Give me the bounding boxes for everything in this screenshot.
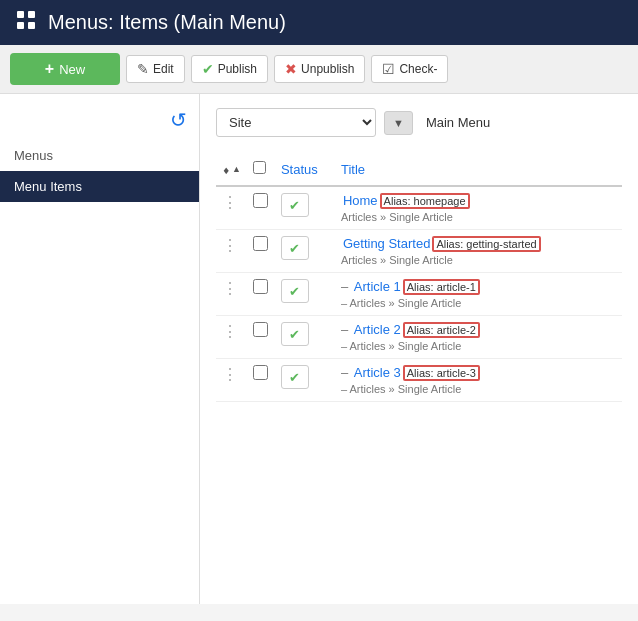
check-button-label: Check- — [399, 62, 437, 76]
status-button-3[interactable]: ✔ — [281, 322, 309, 346]
status-check-icon: ✔ — [289, 241, 300, 256]
table-row: ⋮ ✔ – Article 2Alias: article-2 – Articl… — [216, 316, 622, 359]
row-checkbox-1[interactable] — [253, 236, 268, 251]
edit-button-label: Edit — [153, 62, 174, 76]
unpublish-button[interactable]: ✖ Unpublish — [274, 55, 365, 83]
alias-badge-2: Alias: article-1 — [403, 279, 480, 295]
filter-row: Site ▼ Main Menu — [216, 108, 622, 137]
drag-handle-icon[interactable]: ⋮ — [222, 237, 238, 254]
drag-handle-icon[interactable]: ⋮ — [222, 194, 238, 211]
status-button-2[interactable]: ✔ — [281, 279, 309, 303]
col-check-header — [247, 153, 275, 186]
status-cell: ✔ — [275, 359, 335, 402]
drag-cell: ⋮ — [216, 273, 247, 316]
title-cell: HomeAlias: homepage Articles » Single Ar… — [335, 186, 622, 230]
svg-rect-3 — [28, 22, 35, 29]
status-check-icon: ✔ — [289, 327, 300, 342]
title-cell: – Article 2Alias: article-2 – Articles »… — [335, 316, 622, 359]
sidebar-back: ↺ — [0, 104, 199, 140]
indent-marker: – — [341, 365, 352, 380]
row-checkbox-2[interactable] — [253, 279, 268, 294]
item-sub-4: – Articles » Single Article — [341, 383, 616, 395]
sort-arrows: ▲ — [232, 165, 241, 174]
title-cell: Getting StartedAlias: getting-started Ar… — [335, 230, 622, 273]
drag-cell: ⋮ — [216, 186, 247, 230]
item-sub-2: – Articles » Single Article — [341, 297, 616, 309]
status-cell: ✔ — [275, 316, 335, 359]
status-check-icon: ✔ — [289, 284, 300, 299]
drag-handle-icon[interactable]: ⋮ — [222, 323, 238, 340]
item-title-link-1[interactable]: Getting Started — [343, 236, 430, 251]
item-sub-3: – Articles » Single Article — [341, 340, 616, 352]
toolbar: + New ✎ Edit ✔ Publish ✖ Unpublish ☑ Che… — [0, 45, 638, 94]
table-header-row: ⬧ ▲ Status Title — [216, 153, 622, 186]
publish-button-label: Publish — [218, 62, 257, 76]
svg-rect-2 — [17, 22, 24, 29]
status-button-1[interactable]: ✔ — [281, 236, 309, 260]
unpublish-icon: ✖ — [285, 61, 297, 77]
item-sub-0: Articles » Single Article — [341, 211, 616, 223]
item-title-link-2[interactable]: Article 1 — [354, 279, 401, 294]
check-button[interactable]: ☑ Check- — [371, 55, 448, 83]
item-title-link-4[interactable]: Article 3 — [354, 365, 401, 380]
status-cell: ✔ — [275, 230, 335, 273]
row-checkbox-4[interactable] — [253, 365, 268, 380]
table-body: ⋮ ✔ HomeAlias: homepage Articles » Singl… — [216, 186, 622, 402]
new-button-label: New — [59, 62, 85, 77]
drag-cell: ⋮ — [216, 316, 247, 359]
status-check-icon: ✔ — [289, 198, 300, 213]
sort-icon: ⬧ — [222, 161, 230, 177]
svg-rect-1 — [28, 11, 35, 18]
col-title-header: Title — [335, 153, 622, 186]
sidebar-item-menu-items[interactable]: Menu Items — [0, 171, 199, 202]
items-table: ⬧ ▲ Status Title — [216, 153, 622, 402]
alias-badge-3: Alias: article-2 — [403, 322, 480, 338]
indent-marker: – — [341, 322, 352, 337]
status-cell: ✔ — [275, 273, 335, 316]
edit-button[interactable]: ✎ Edit — [126, 55, 185, 83]
check-icon: ☑ — [382, 61, 395, 77]
item-sub-1: Articles » Single Article — [341, 254, 616, 266]
status-cell: ✔ — [275, 186, 335, 230]
page-title: Menus: Items (Main Menu) — [48, 11, 286, 34]
unpublish-button-label: Unpublish — [301, 62, 354, 76]
status-button-0[interactable]: ✔ — [281, 193, 309, 217]
drag-cell: ⋮ — [216, 230, 247, 273]
select-all-checkbox[interactable] — [253, 161, 266, 174]
alias-badge-4: Alias: article-3 — [403, 365, 480, 381]
check-cell — [247, 359, 275, 402]
drag-handle-icon[interactable]: ⋮ — [222, 280, 238, 297]
site-select[interactable]: Site — [216, 108, 376, 137]
main-menu-label: Main Menu — [421, 110, 495, 135]
drag-cell: ⋮ — [216, 359, 247, 402]
page-header: Menus: Items (Main Menu) — [0, 0, 638, 45]
col-status-header: Status — [275, 153, 335, 186]
content-area: Site ▼ Main Menu ⬧ ▲ — [200, 94, 638, 604]
main-container: ↺ Menus Menu Items Site ▼ Main Menu ⬧ — [0, 94, 638, 604]
plus-icon: + — [45, 60, 54, 78]
status-col-label: Status — [281, 162, 318, 177]
alias-badge-1: Alias: getting-started — [432, 236, 540, 252]
table-row: ⋮ ✔ HomeAlias: homepage Articles » Singl… — [216, 186, 622, 230]
site-arrow-button[interactable]: ▼ — [384, 111, 413, 135]
indent-marker: – — [341, 279, 352, 294]
back-icon[interactable]: ↺ — [170, 108, 187, 132]
status-button-4[interactable]: ✔ — [281, 365, 309, 389]
drag-handle-icon[interactable]: ⋮ — [222, 366, 238, 383]
row-checkbox-0[interactable] — [253, 193, 268, 208]
new-button[interactable]: + New — [10, 53, 120, 85]
edit-icon: ✎ — [137, 61, 149, 77]
check-cell — [247, 316, 275, 359]
svg-rect-0 — [17, 11, 24, 18]
sidebar-item-menus[interactable]: Menus — [0, 140, 199, 171]
title-col-label: Title — [341, 162, 365, 177]
title-cell: – Article 1Alias: article-1 – Articles »… — [335, 273, 622, 316]
sidebar: ↺ Menus Menu Items — [0, 94, 200, 604]
row-checkbox-3[interactable] — [253, 322, 268, 337]
item-title-link-3[interactable]: Article 2 — [354, 322, 401, 337]
sort-up-icon[interactable]: ▲ — [232, 165, 241, 174]
publish-button[interactable]: ✔ Publish — [191, 55, 268, 83]
item-title-link-0[interactable]: Home — [343, 193, 378, 208]
table-row: ⋮ ✔ – Article 3Alias: article-3 – Articl… — [216, 359, 622, 402]
check-cell — [247, 186, 275, 230]
